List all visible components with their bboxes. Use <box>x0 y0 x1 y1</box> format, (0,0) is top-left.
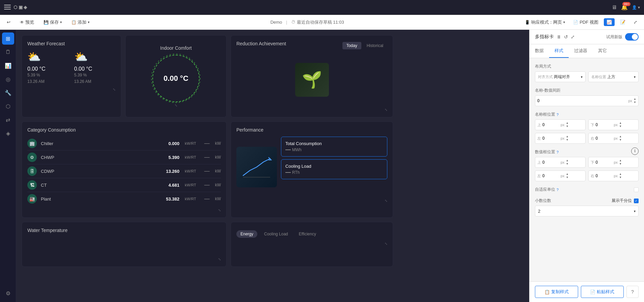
decimal-select[interactable]: 2 ▾ <box>535 206 639 216</box>
name-box-help-icon[interactable]: ? <box>557 113 559 117</box>
tab-filter[interactable]: 过滤器 <box>569 44 593 58</box>
name-box-bottom-stepper[interactable]: ▲▼ <box>619 121 622 128</box>
align-select[interactable]: 对齐方式 两端对齐 ▾ <box>535 71 586 82</box>
tab-historical[interactable]: Historical <box>363 42 387 49</box>
perf-chart-area <box>236 147 277 187</box>
indoor-comfort-card: Indoor Comfort 0.00 °C ⤡ <box>125 35 227 117</box>
tab-today[interactable]: Today <box>342 42 361 49</box>
value-box-top-stepper[interactable]: ▲▼ <box>566 159 569 165</box>
value-box-help-icon[interactable]: ? <box>557 150 559 154</box>
tab-other[interactable]: 其它 <box>593 44 612 58</box>
value-box-left-input[interactable] <box>542 173 559 178</box>
cat-kw-4: kW <box>215 196 221 201</box>
copy-style-button[interactable]: 📋 复制样式 <box>535 286 578 298</box>
tab-data[interactable]: 数据 <box>530 44 549 58</box>
sidebar-icon-transfer[interactable]: ⇄ <box>2 114 14 126</box>
monitor-icon[interactable]: 🖥 <box>612 4 617 10</box>
ct-icon: 🏗 <box>27 180 37 190</box>
gap-stepper[interactable]: ▲▼ <box>634 97 636 104</box>
position-select[interactable]: 名称位置 上方 ▾ <box>588 71 639 82</box>
energy-tab-energy[interactable]: Energy <box>236 230 257 238</box>
tab-style[interactable]: 样式 <box>549 44 569 58</box>
refresh-icon[interactable]: ↺ <box>564 34 568 40</box>
panel-tabs: 数据 样式 过滤器 其它 <box>530 44 644 58</box>
pdf-button[interactable]: 📄 PDF 视图 <box>570 18 601 27</box>
panel-header: 多指标卡 ⏸ ↺ ⤢ 试用新版 <box>530 30 644 44</box>
value-box-top-input[interactable] <box>542 160 559 165</box>
weather-temp-0: 0.00 °C <box>27 66 69 72</box>
value-box-right-input[interactable] <box>596 173 613 178</box>
paste-style-button[interactable]: 📄 粘贴样式 <box>581 286 624 298</box>
name-box-left: 左 px ▲▼ <box>535 133 586 144</box>
preview-button[interactable]: 👁 预览 <box>17 18 37 27</box>
help-button[interactable]: ? <box>626 286 639 298</box>
main-layout: ⊞ 🗒 📊 ◎ 🔧 ⬡ ⇄ ◈ ⚙ Weather Forecast ⛅ 0.0… <box>0 30 644 302</box>
bell-badge: 99+ <box>622 2 630 6</box>
name-box-top-input[interactable] <box>542 122 559 127</box>
undo-button[interactable]: ↩ <box>4 18 13 26</box>
cat-name-2: CDWP <box>41 169 162 174</box>
metric-total-consumption: Total Consumption MWh <box>281 137 387 157</box>
gap-input[interactable] <box>537 98 627 103</box>
pause-icon[interactable]: ⏸ <box>557 34 561 40</box>
value-box-bottom-stepper[interactable]: ▲▼ <box>619 159 622 165</box>
name-box-top-stepper[interactable]: ▲▼ <box>566 121 569 128</box>
category-title: Category Consumption <box>27 127 221 133</box>
weather-title: Weather Forecast <box>27 41 115 46</box>
value-box-bottom-input[interactable] <box>596 160 613 165</box>
value-box-right-stepper[interactable]: ▲▼ <box>619 172 622 179</box>
energy-card: Energy Cooling Load Efficiency ⤡ <box>231 222 393 267</box>
bell-icon[interactable]: 🔔 99+ <box>621 4 628 10</box>
name-box-left-stepper[interactable]: ▲▼ <box>566 135 569 141</box>
reduction-header: Reduction Achievement Today Historical <box>236 41 387 50</box>
expand-button[interactable]: ⤢ <box>631 18 640 26</box>
comfort-value: 0.00 °C <box>163 74 188 83</box>
name-box-right-stepper[interactable]: ▲▼ <box>619 135 622 141</box>
name-box-left-input[interactable] <box>542 136 559 141</box>
chart-view-button[interactable]: 📈 <box>604 18 615 26</box>
trial-toggle[interactable] <box>625 33 639 41</box>
panel-content: 布局方式 对齐方式 两端对齐 ▾ 名称位置 上方 <box>530 58 644 281</box>
responsive-button[interactable]: 📱 响应模式：网页 ▾ <box>522 18 568 27</box>
code-button[interactable]: 📝 <box>617 18 628 26</box>
paste-icon: 📄 <box>590 289 595 295</box>
water-temp-title: Water Temperature <box>27 228 221 233</box>
name-box-section: 名称框位置 ? 上 px ▲▼ 下 px ▲▼ <box>535 112 639 144</box>
sidebar-icon-cube[interactable]: ⬡ <box>2 100 14 112</box>
energy-tab-efficiency[interactable]: Efficiency <box>295 230 320 238</box>
metric-value-1: RTh <box>285 170 383 175</box>
auto-unit-help-icon[interactable]: ? <box>557 188 559 192</box>
sidebar-icon-location[interactable]: ◎ <box>2 73 14 85</box>
user-avatar[interactable]: 👤 ▾ <box>632 5 640 10</box>
sidebar-icon-tool[interactable]: 🔧 <box>2 87 14 99</box>
sidebar-icon-grid[interactable]: ⊞ <box>2 32 14 45</box>
add-button[interactable]: 📋 添加 ▾ <box>69 18 92 27</box>
save-button[interactable]: 💾 保存 ▾ <box>41 18 65 27</box>
toggle-thumb <box>632 34 638 40</box>
toggle-track[interactable] <box>625 33 639 41</box>
left-sidebar: ⊞ 🗒 📊 ◎ 🔧 ⬡ ⇄ ◈ ⚙ <box>0 30 16 302</box>
chevron-down-icon: ▾ <box>634 75 636 79</box>
sidebar-icon-page[interactable]: 🗒 <box>2 46 14 58</box>
toolbar: ↩ 👁 预览 💾 保存 ▾ 📋 添加 ▾ Demo | ⏱ 最近自动保存草稿 1… <box>0 15 644 30</box>
sidebar-icon-chart[interactable]: 📊 <box>2 60 14 72</box>
comfort-gauge: 0.00 °C <box>152 55 200 102</box>
auto-unit-checkbox[interactable] <box>634 187 639 192</box>
name-box-bottom-input[interactable] <box>596 122 613 127</box>
sidebar-icon-settings[interactable]: ⚙ <box>2 287 14 299</box>
cat-unit-2: kW/RT <box>185 169 196 173</box>
perf-metrics: Total Consumption MWh Cooling Load RTh <box>281 137 387 198</box>
cat-val-1: 5.390 <box>169 155 180 160</box>
sidebar-icon-widget[interactable]: ◈ <box>2 127 14 139</box>
menu-icon[interactable] <box>4 5 11 10</box>
water-content <box>27 237 221 257</box>
value-box-left-stepper[interactable]: ▲▼ <box>566 172 569 179</box>
metric-title-0: Total Consumption <box>285 141 383 146</box>
performance-content: Total Consumption MWh Cooling Load RTh <box>236 137 387 198</box>
thousand-checkbox[interactable] <box>634 199 639 203</box>
nav-left: ⬡ ▣ ◈ <box>4 5 27 10</box>
energy-tab-cooling[interactable]: Cooling Load <box>260 230 292 238</box>
maximize-icon[interactable]: ⤢ <box>571 34 575 40</box>
weather-item-1: ⛅ 0.00 °C 5.39 % 13.26 AM <box>74 50 116 85</box>
name-box-right-input[interactable] <box>596 136 613 141</box>
